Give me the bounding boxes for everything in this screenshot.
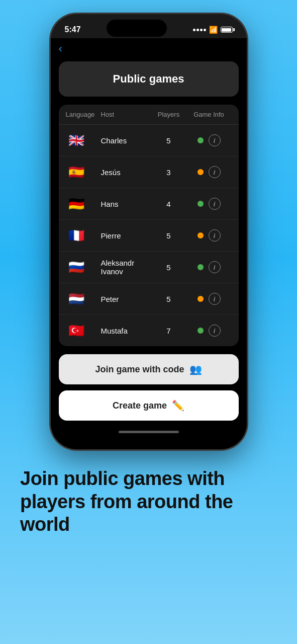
phone-content: ‹ Public games Language Host Players Gam… [51,38,247,449]
status-icons: 📶 [193,26,233,34]
status-dot-5 [197,296,204,302]
status-bar: 5:47 📶 [51,14,247,38]
join-game-icon: 👥 [189,363,202,375]
host-name-0: Charles [101,136,151,145]
game-info-3: i [186,229,232,242]
table-row[interactable]: 🇬🇧 Charles 5 i [59,125,239,156]
status-dot-2 [197,201,204,207]
back-button[interactable]: ‹ [59,38,62,61]
info-button-2[interactable]: i [209,198,221,210]
table-row[interactable]: 🇹🇷 Mustafa 7 i [59,315,239,346]
game-info-4: i [186,261,232,273]
players-count-4: 5 [151,263,186,272]
games-table: Language Host Players Game Info 🇬🇧 Charl… [59,105,239,346]
host-name-4: Aleksandr Ivanov [101,259,151,276]
host-name-3: Pierre [101,231,151,240]
signal-icon [193,29,206,31]
host-name-6: Mustafa [101,327,151,335]
flag-6: 🇹🇷 [66,320,87,341]
info-button-5[interactable]: i [209,293,221,305]
host-name-5: Peter [101,295,151,303]
dynamic-island [107,20,167,37]
game-info-6: i [186,325,232,337]
create-game-button[interactable]: Create game ✏️ [59,390,239,421]
table-row[interactable]: 🇫🇷 Pierre 5 i [59,220,239,252]
bottom-text-section: Join public games with players from arou… [0,449,297,556]
col-language: Language [66,111,101,118]
table-row[interactable]: 🇪🇸 Jesús 3 i [59,156,239,188]
flag-3: 🇫🇷 [66,225,87,246]
marketing-text: Join public games with players from arou… [20,467,277,536]
table-row[interactable]: 🇳🇱 Peter 5 i [59,283,239,315]
time-display: 5:47 [65,25,81,34]
create-game-icon: ✏️ [172,399,184,412]
title-card: Public games [59,61,239,97]
players-count-2: 4 [151,200,186,208]
join-game-label: Join game with code [95,364,184,375]
create-game-label: Create game [113,400,167,411]
status-dot-4 [197,264,204,270]
col-gameinfo: Game Info [186,111,232,118]
host-name-2: Hans [101,200,151,208]
status-dot-6 [197,328,204,334]
page-title: Public games [70,72,228,86]
status-dot-3 [197,232,204,238]
players-count-6: 7 [151,327,186,335]
flag-2: 🇩🇪 [66,193,87,214]
wifi-icon: 📶 [209,26,218,34]
flag-5: 🇳🇱 [66,288,87,309]
players-count-3: 5 [151,231,186,240]
home-indicator [119,431,179,433]
host-name-1: Jesús [101,168,151,177]
players-count-5: 5 [151,295,186,303]
info-button-6[interactable]: i [209,325,221,337]
flag-1: 🇪🇸 [66,162,87,183]
table-header: Language Host Players Game Info [59,105,239,125]
players-count-0: 5 [151,136,186,145]
game-rows-container: 🇬🇧 Charles 5 i 🇪🇸 Jesús 3 i 🇩🇪 Hans 4 i [59,125,239,346]
table-row[interactable]: 🇩🇪 Hans 4 i [59,188,239,220]
col-players: Players [151,111,186,118]
players-count-1: 3 [151,168,186,177]
info-button-1[interactable]: i [209,166,221,178]
status-dot-1 [197,169,204,175]
info-button-3[interactable]: i [209,229,221,242]
game-info-2: i [186,198,232,210]
game-info-5: i [186,293,232,305]
join-game-button[interactable]: Join game with code 👥 [59,354,239,384]
table-row[interactable]: 🇷🇺 Aleksandr Ivanov 5 i [59,252,239,283]
status-dot-0 [197,137,204,143]
game-info-1: i [186,166,232,178]
flag-4: 🇷🇺 [66,257,87,278]
phone-shell: 5:47 📶 ‹ Public games Language [51,14,247,449]
game-info-0: i [186,134,232,146]
battery-icon [221,27,233,33]
info-button-0[interactable]: i [209,134,221,146]
info-button-4[interactable]: i [209,261,221,273]
flag-0: 🇬🇧 [66,130,87,151]
col-host: Host [101,111,151,118]
